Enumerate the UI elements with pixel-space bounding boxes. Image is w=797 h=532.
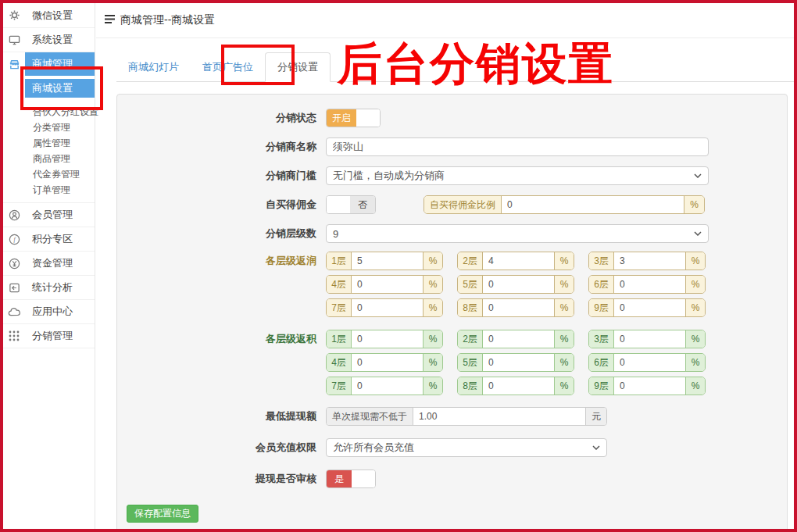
layer-value-input[interactable]	[482, 354, 555, 371]
points-layer-group: 8层 %	[457, 377, 574, 395]
self-commission-ratio-input[interactable]	[501, 196, 684, 213]
points-layer-group: 6层 %	[588, 353, 706, 372]
layer-value-input[interactable]	[351, 354, 424, 371]
sidebar-item-voucher-management[interactable]: 代金券管理	[3, 166, 95, 182]
tab-distribution-settings[interactable]: 分销设置	[265, 52, 331, 82]
layer-value-input[interactable]	[613, 330, 686, 348]
sidebar-item-system-settings[interactable]: 系统设置	[3, 27, 95, 52]
levels-select[interactable]: 9	[326, 224, 709, 243]
percent-suffix: %	[686, 252, 705, 270]
percent-suffix: %	[686, 330, 705, 348]
layer-value-input[interactable]	[351, 377, 424, 395]
layer-value-input[interactable]	[351, 330, 424, 348]
toggle-off-segment	[352, 470, 375, 487]
layer-label: 4层	[327, 354, 351, 371]
layer-label: 2层	[458, 252, 482, 270]
money-icon	[3, 258, 25, 270]
gear-icon	[3, 9, 25, 21]
sidebar-item-statistics[interactable]: 统计分析	[3, 275, 95, 299]
points-layer-group: 1层 %	[326, 330, 443, 348]
chevron-down-icon	[694, 231, 702, 236]
layer-value-input[interactable]	[351, 276, 424, 293]
field-label: 各层级返润	[127, 252, 326, 270]
min-withdraw-input[interactable]	[413, 408, 586, 425]
select-value: 允许所有会员充值	[333, 441, 588, 455]
percent-suffix: %	[424, 330, 442, 348]
profit-layer-group: 9层 %	[588, 298, 706, 317]
layer-value-input[interactable]	[351, 299, 424, 316]
sidebar-item-label: 资金管理	[25, 252, 95, 275]
field-label: 分销层级数	[127, 224, 326, 243]
sidebar-item-points-zone[interactable]: f 积分专区	[3, 227, 95, 251]
percent-suffix: %	[686, 276, 705, 293]
sidebar-item-funds-management[interactable]: 资金管理	[3, 251, 95, 275]
layer-label: 3层	[589, 330, 613, 348]
layer-value-input[interactable]	[613, 252, 686, 270]
sidebar-item-order-management[interactable]: 订单管理	[3, 182, 95, 198]
sidebar-item-label: 商城设置	[32, 81, 73, 95]
field-label: 分销商门槛	[127, 166, 326, 185]
layer-value-input[interactable]	[482, 276, 555, 293]
layer-value-input[interactable]	[613, 276, 686, 293]
sidebar-item-label: 商城管理	[25, 52, 95, 76]
layer-row: 1层 % 2层 % 3层	[326, 252, 706, 270]
points-layer-group: 3层 %	[588, 330, 706, 348]
layer-value-input[interactable]	[613, 299, 686, 316]
percent-suffix: %	[686, 299, 705, 316]
layer-value-input[interactable]	[482, 299, 555, 316]
sidebar-item-label: 应用中心	[25, 300, 95, 323]
sidebar-item-category-management[interactable]: 分类管理	[3, 120, 95, 135]
points-layer-grid: 1层 % 2层 % 3层	[326, 330, 706, 395]
recharge-permission-select[interactable]: 允许所有会员充值	[326, 438, 607, 457]
sidebar-item-product-management[interactable]: 商品管理	[3, 151, 95, 166]
profit-layer-group: 8层 %	[457, 298, 574, 317]
field-label: 自买得佣金	[127, 195, 326, 214]
percent-suffix: %	[555, 377, 574, 395]
layer-label: 1层	[327, 330, 351, 348]
layer-row: 7层 % 8层 % 9层	[326, 377, 706, 395]
layer-value-input[interactable]	[482, 377, 555, 395]
self-commission-toggle[interactable]: 否	[326, 195, 376, 214]
distribution-status-toggle[interactable]: 开启	[326, 109, 381, 127]
threshold-select[interactable]: 无门槛，自动成为分销商	[326, 166, 709, 185]
layer-label: 9层	[589, 299, 613, 316]
withdraw-audit-toggle[interactable]: 是	[326, 470, 376, 488]
layer-value-input[interactable]	[613, 354, 686, 371]
layer-value-input[interactable]	[613, 377, 686, 395]
sidebar-item-member-management[interactable]: 会员管理	[3, 202, 95, 227]
toggle-on-label: 开启	[327, 109, 356, 127]
form-row-self-commission: 自买得佣金 否 自买得佣金比例 %	[127, 195, 777, 214]
form-row-levels: 分销层级数 9	[127, 224, 777, 243]
min-withdraw-group: 单次提现需不低于 元	[326, 407, 607, 426]
layer-value-input[interactable]	[482, 252, 555, 270]
layer-row: 7层 % 8层 % 9层	[326, 298, 706, 317]
layer-value-input[interactable]	[351, 252, 424, 270]
tab-homepage-ads[interactable]: 首页广告位	[191, 53, 265, 81]
page-header: 商城管理--商城设置	[96, 3, 794, 38]
field-label: 分销状态	[127, 109, 326, 127]
profit-layer-group: 3层 %	[588, 252, 706, 270]
sidebar-item-attribute-management[interactable]: 属性管理	[3, 135, 95, 151]
layer-label: 8层	[458, 299, 482, 316]
sidebar-item-app-center[interactable]: 应用中心	[3, 299, 95, 323]
sidebar-item-distribution-management[interactable]: 分销管理	[3, 323, 95, 348]
distributor-name-input[interactable]	[326, 137, 709, 156]
svg-text:f: f	[13, 236, 16, 243]
tab-mall-slideshow[interactable]: 商城幻灯片	[116, 53, 191, 81]
store-icon	[3, 59, 25, 70]
select-value: 无门槛，自动成为分销商	[333, 169, 689, 183]
save-config-button[interactable]: 保存配置信息	[127, 505, 198, 523]
sidebar-item-partner-dividend[interactable]: 合伙人分红设置	[3, 104, 95, 120]
distribution-settings-panel: 分销状态 开启 分销商名称 分销商门槛 无门槛，自动成为分销商 自买得佣金	[116, 94, 788, 532]
layer-value-input[interactable]	[482, 330, 555, 348]
form-row-profit-layers: 各层级返润 1层 % 2层 %	[127, 252, 777, 317]
percent-suffix: %	[555, 330, 574, 348]
layer-label: 2层	[458, 330, 482, 348]
sidebar-item-mall-management[interactable]: 商城管理	[3, 52, 95, 76]
sidebar-item-wechat-settings[interactable]: 微信设置	[3, 3, 95, 27]
yuan-suffix: 元	[586, 408, 606, 425]
sidebar-item-mall-settings[interactable]: 商城设置	[25, 79, 95, 98]
hamburger-icon[interactable]	[104, 14, 116, 27]
field-label: 提现是否审核	[127, 470, 326, 488]
form-row-name: 分销商名称	[127, 137, 777, 156]
